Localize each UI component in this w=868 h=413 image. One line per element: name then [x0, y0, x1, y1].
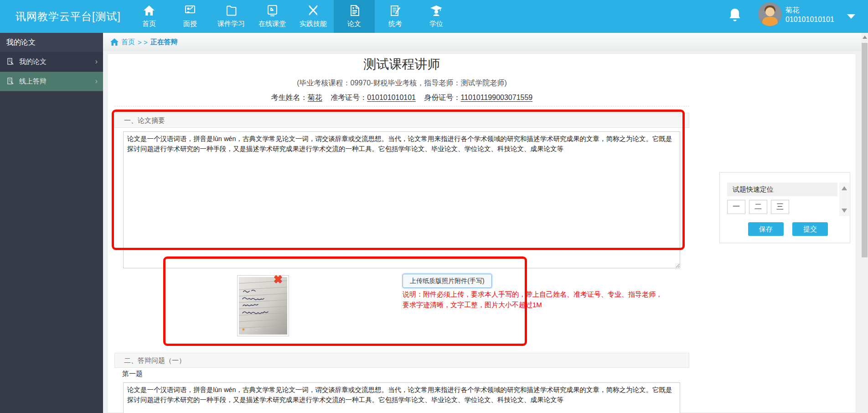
- nav-tab-unified-exam[interactable]: 统考: [375, 0, 416, 33]
- upload-note-line1: 说明：附件必须上传，要求本人手写的，带上自己姓名、准考证号、专业、指导老师，: [403, 289, 685, 299]
- abstract-section-header: 一、论文摘要: [114, 113, 689, 128]
- nav-tab-online-class[interactable]: 在线课堂: [252, 0, 293, 33]
- nav-tab-degree[interactable]: 学位: [416, 0, 457, 33]
- nav-tab-label: 在线课堂: [258, 20, 286, 28]
- face-teaching-icon: [183, 3, 197, 18]
- submit-button[interactable]: 提交: [792, 222, 828, 236]
- nav-tab-label: 统考: [388, 20, 402, 28]
- breadcrumb: 首页 > > 正在答辩: [103, 33, 861, 51]
- nav-tab-label: 论文: [347, 20, 361, 28]
- nav-tab-label: 首页: [142, 20, 156, 28]
- upload-attachment-button[interactable]: 上传纸质版照片附件(手写): [403, 274, 492, 288]
- degree-icon: [429, 3, 444, 18]
- nav-tab-thesis[interactable]: 论文: [334, 0, 375, 33]
- dashed-divider: [114, 106, 689, 106]
- breadcrumb-home-link[interactable]: 首页: [121, 38, 135, 47]
- breadcrumb-current: 正在答辩: [150, 38, 178, 47]
- sidebar-item-my-thesis[interactable]: 我的论文 ›: [0, 52, 103, 72]
- question-nav-scroll-strip: [839, 183, 849, 216]
- scrollbar-thumb[interactable]: [862, 43, 868, 257]
- candidate-name-label: 考生姓名：: [271, 94, 308, 101]
- avatar-body: [762, 17, 778, 26]
- thesis-icon: [347, 3, 362, 18]
- avatar-face: [765, 7, 775, 16]
- sidebar-item-online-defense[interactable]: 线上答辩 ›: [0, 72, 103, 91]
- breadcrumb-separator: > >: [138, 38, 148, 46]
- question-nav-button-3[interactable]: 三: [771, 200, 789, 214]
- ticket-value: 010101010101: [367, 94, 416, 101]
- notification-bell-icon[interactable]: [728, 8, 741, 23]
- nav-tab-label: 实践技能: [300, 20, 327, 28]
- nav-tab-home[interactable]: 首页: [129, 0, 170, 33]
- answer-1-textarea[interactable]: 论文是一个汉语词语，拼音是lùn wén，古典文学常见论文一词，谓交谈辞章或交流…: [123, 382, 680, 413]
- abstract-textarea[interactable]: 论文是一个汉语词语，拼音是lùn wén，古典文学常见论文一词，谓交谈辞章或交流…: [123, 131, 680, 268]
- page-subtitle: (毕业考核课程：09970-财税毕业考核，指导老师：测试学院老师): [114, 78, 689, 88]
- breadcrumb-home-icon: [110, 38, 119, 46]
- question-1-label: 第一题: [122, 370, 143, 378]
- scroll-up-icon[interactable]: [842, 186, 847, 190]
- page-title: 测试课程讲师: [114, 56, 689, 73]
- scrollbar-up-icon[interactable]: [863, 36, 867, 39]
- online-class-icon: [265, 3, 279, 18]
- quick-locate-panel: 试题快速定位 一 二 三 保存 提交: [719, 172, 850, 243]
- save-button[interactable]: 保存: [748, 222, 784, 236]
- question-nav-button-2[interactable]: 二: [749, 200, 767, 214]
- home-icon: [142, 3, 156, 18]
- idcard-label: 身份证号：: [424, 94, 460, 101]
- idcard-value: 110101199003071559: [460, 94, 532, 101]
- chevron-right-icon: ›: [95, 58, 98, 66]
- nav-tab-face-teaching[interactable]: 面授: [170, 0, 211, 33]
- page: 讯网教学云平台[测试] 首页 面授 课件学习: [0, 0, 868, 413]
- document-pen-icon: [6, 58, 15, 66]
- defense-section-header: 二、答辩问题（一）: [114, 353, 689, 368]
- question-nav-buttons: 一 二 三: [727, 200, 793, 214]
- courseware-icon: [224, 3, 238, 18]
- question-nav-button-1[interactable]: 一: [727, 200, 745, 214]
- candidate-info-line: 考生姓名：菊花 准考证号：010101010101 身份证号：110101199…: [114, 93, 689, 103]
- user-id: 010101010101: [785, 15, 834, 24]
- user-name: 菊花: [785, 5, 834, 15]
- chevron-right-icon: ›: [95, 77, 98, 85]
- sidebar-header: 我的论文: [0, 33, 103, 52]
- upload-note-line2: 要求字迹清晰，文字工整，图片大小不超过1M: [403, 299, 685, 310]
- nav-tab-practical-skills[interactable]: 实践技能: [293, 0, 334, 33]
- scroll-down-icon[interactable]: [842, 209, 847, 213]
- quick-locate-title: 试题快速定位: [727, 183, 837, 196]
- user-avatar[interactable]: [758, 2, 782, 26]
- app-logo: 讯网教学云平台[测试]: [16, 0, 121, 33]
- practical-skills-icon: [306, 3, 320, 18]
- topbar: 讯网教学云平台[测试] 首页 面授 课件学习: [0, 0, 868, 33]
- unified-exam-icon: [388, 3, 403, 18]
- ticket-label: 准考证号：: [331, 94, 367, 101]
- page-scrollbar[interactable]: [861, 33, 868, 413]
- top-nav: 首页 面授 课件学习 在线课堂: [129, 0, 457, 33]
- user-menu-caret-icon[interactable]: [847, 14, 855, 19]
- user-info: 菊花 010101010101: [785, 5, 834, 24]
- remove-attachment-icon[interactable]: ✖: [274, 274, 283, 285]
- sidebar: 我的论文 我的论文 › 线上答辩 ›: [0, 33, 103, 413]
- nav-tab-label: 学位: [429, 20, 443, 28]
- sidebar-item-label: 我的论文: [19, 58, 95, 66]
- nav-tab-courseware[interactable]: 课件学习: [211, 0, 252, 33]
- sidebar-item-label: 线上答辩: [19, 77, 95, 86]
- nav-tab-label: 课件学习: [217, 20, 245, 28]
- nav-tab-label: 面授: [183, 20, 197, 28]
- document-pen-icon: [6, 77, 15, 85]
- candidate-name-value: 菊花: [308, 94, 322, 101]
